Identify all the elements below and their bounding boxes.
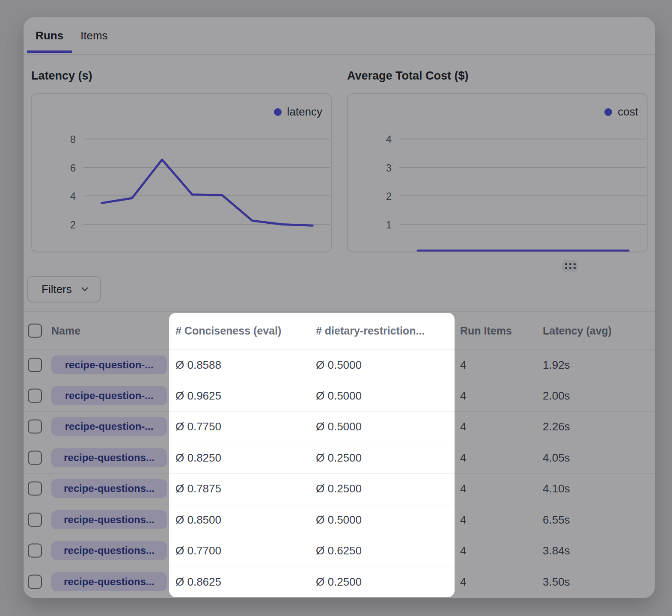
latency-avg-value: 3.84s: [543, 544, 570, 557]
run-name-badge[interactable]: recipe-questions...: [51, 479, 167, 498]
dietary-restriction-score: Ø 0.5000: [316, 420, 362, 433]
latency-legend-label: latency: [287, 105, 322, 118]
svg-text:6: 6: [70, 162, 76, 174]
table-row: recipe-question-... Ø 0.8588 Ø 0.5000 4 …: [24, 349, 655, 380]
run-name-badge[interactable]: recipe-question-...: [51, 355, 167, 374]
tab-items[interactable]: Items: [72, 17, 116, 54]
latency-avg-value: 2.00s: [543, 389, 570, 403]
run-name-badge[interactable]: recipe-question-...: [51, 417, 167, 436]
row-checkbox[interactable]: [28, 358, 42, 372]
latency-chart: 8642 latency: [31, 93, 332, 252]
run-items-count: 4: [460, 513, 466, 526]
cost-chart: 4321 cost: [347, 93, 648, 252]
run-name-badge[interactable]: recipe-question-...: [51, 386, 167, 405]
cost-chart-title: Average Total Cost ($): [347, 69, 469, 83]
svg-text:1: 1: [386, 219, 392, 231]
column-header-latency-avg: Latency (avg): [543, 324, 612, 337]
run-items-count: 4: [460, 358, 466, 371]
dietary-restriction-score: Ø 0.5000: [316, 358, 362, 371]
table-row: recipe-questions... Ø 0.8500 Ø 0.5000 4 …: [24, 504, 655, 535]
latency-legend-dot-icon: [274, 108, 282, 116]
filters-button[interactable]: Filters: [27, 276, 101, 302]
tab-bar: Runs Items: [24, 17, 655, 55]
runs-table: Name # Conciseness (eval) # dietary-rest…: [24, 311, 655, 598]
cost-legend[interactable]: cost: [604, 105, 638, 118]
tab-runs[interactable]: Runs: [27, 17, 72, 54]
row-checkbox[interactable]: [28, 420, 42, 434]
run-items-count: 4: [460, 389, 466, 403]
column-header-name: Name: [51, 324, 80, 337]
run-name-badge[interactable]: recipe-questions...: [51, 572, 167, 591]
run-name-badge[interactable]: recipe-questions...: [51, 510, 167, 529]
latency-avg-value: 4.05s: [543, 451, 570, 464]
cost-legend-dot-icon: [604, 108, 612, 116]
column-header-conciseness: # Conciseness (eval): [175, 324, 281, 337]
row-checkbox[interactable]: [28, 544, 42, 558]
cost-line-chart: 4321: [348, 94, 647, 252]
table-row: recipe-questions... Ø 0.7875 Ø 0.2500 4 …: [24, 474, 655, 504]
svg-text:4: 4: [386, 133, 392, 145]
run-name-badge[interactable]: recipe-questions...: [51, 448, 167, 467]
run-name-badge[interactable]: recipe-questions...: [51, 541, 167, 560]
latency-legend[interactable]: latency: [274, 105, 322, 118]
dietary-restriction-score: Ø 0.2500: [316, 482, 362, 495]
latency-avg-value: 1.92s: [543, 358, 570, 371]
row-checkbox[interactable]: [28, 389, 42, 403]
resize-drag-handle-icon[interactable]: [562, 260, 578, 272]
svg-text:2: 2: [70, 219, 76, 231]
conciseness-score: Ø 0.8500: [175, 513, 221, 526]
column-header-run-items: Run Items: [460, 324, 512, 337]
table-row: recipe-question-... Ø 0.9625 Ø 0.5000 4 …: [24, 380, 655, 411]
dietary-restriction-score: Ø 0.6250: [316, 544, 362, 557]
row-checkbox[interactable]: [28, 450, 42, 465]
svg-text:4: 4: [70, 190, 76, 202]
row-checkbox[interactable]: [28, 512, 42, 527]
latency-avg-value: 2.26s: [543, 420, 570, 433]
conciseness-score: Ø 0.8625: [175, 575, 221, 588]
conciseness-score: Ø 0.9625: [175, 389, 221, 403]
dietary-restriction-score: Ø 0.2500: [316, 575, 362, 588]
table-row: recipe-question-... Ø 0.7750 Ø 0.5000 4 …: [24, 412, 655, 442]
run-items-count: 4: [460, 451, 466, 464]
dietary-restriction-score: Ø 0.5000: [316, 513, 362, 526]
run-items-count: 4: [460, 420, 466, 433]
dietary-restriction-score: Ø 0.2500: [316, 451, 362, 464]
conciseness-score: Ø 0.7875: [175, 482, 221, 495]
conciseness-score: Ø 0.8250: [175, 451, 221, 464]
table-row: recipe-questions... Ø 0.8250 Ø 0.2500 4 …: [24, 442, 655, 473]
svg-text:2: 2: [386, 190, 392, 202]
section-divider: [24, 266, 655, 266]
table-header-row: Name # Conciseness (eval) # dietary-rest…: [24, 312, 655, 349]
conciseness-score: Ø 0.8588: [175, 358, 221, 371]
latency-chart-title: Latency (s): [31, 69, 92, 83]
run-items-count: 4: [460, 482, 466, 495]
tab-runs-label: Runs: [36, 29, 63, 42]
page-background: Runs Items Latency (s) Average Total Cos…: [0, 0, 672, 616]
latency-avg-value: 3.50s: [543, 575, 570, 588]
run-items-count: 4: [460, 575, 466, 588]
cost-legend-label: cost: [618, 105, 638, 118]
dietary-restriction-score: Ø 0.5000: [316, 389, 362, 403]
column-header-dietary-restriction: # dietary-restriction...: [316, 324, 425, 337]
active-tab-indicator: [27, 50, 72, 53]
run-items-count: 4: [460, 544, 466, 557]
conciseness-score: Ø 0.7700: [175, 544, 221, 557]
select-all-checkbox[interactable]: [28, 323, 42, 338]
table-row: recipe-questions... Ø 0.8625 Ø 0.2500 4 …: [24, 566, 655, 597]
latency-avg-value: 4.10s: [543, 482, 570, 495]
latency-avg-value: 6.55s: [543, 513, 570, 526]
experiments-panel: Runs Items Latency (s) Average Total Cos…: [24, 17, 655, 598]
table-row: recipe-questions... Ø 0.7700 Ø 0.6250 4 …: [24, 535, 655, 566]
conciseness-score: Ø 0.7750: [175, 420, 221, 433]
filters-button-label: Filters: [42, 283, 72, 296]
row-checkbox[interactable]: [28, 482, 42, 496]
row-checkbox[interactable]: [28, 575, 42, 589]
chevron-down-icon: [80, 284, 90, 294]
svg-text:8: 8: [70, 133, 76, 145]
svg-text:3: 3: [386, 162, 392, 174]
tab-items-label: Items: [80, 29, 108, 42]
